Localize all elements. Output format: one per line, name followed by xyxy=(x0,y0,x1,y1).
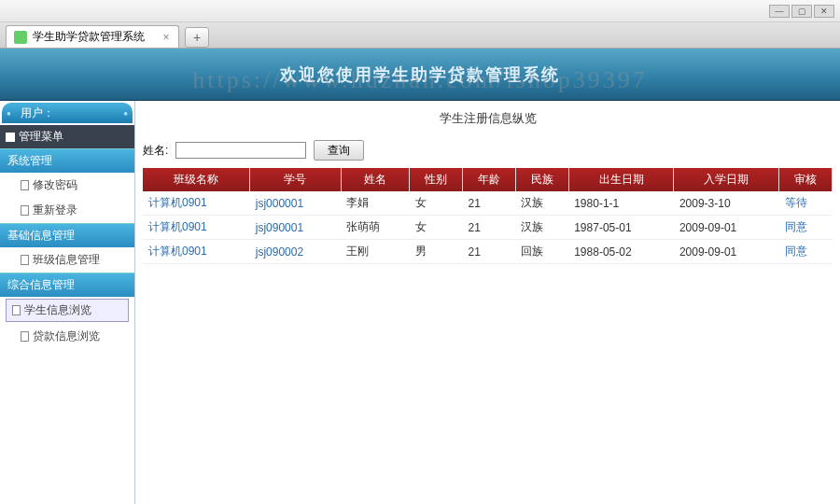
window-min-button[interactable]: — xyxy=(769,5,790,18)
tab-close-icon[interactable]: × xyxy=(160,31,173,44)
cell-dob: 1987-05-01 xyxy=(568,216,674,240)
browser-tab-active[interactable]: 学生助学贷款管理系统 × xyxy=(6,25,179,48)
cell-sid[interactable]: jsj000001 xyxy=(250,191,341,216)
doc-icon xyxy=(21,255,29,265)
cell-audit[interactable]: 同意 xyxy=(779,240,833,264)
item-label: 贷款信息浏览 xyxy=(33,329,100,343)
cell-audit-link[interactable]: 同意 xyxy=(785,220,807,233)
banner-title: 欢迎您使用学生助学贷款管理系统 xyxy=(280,63,560,86)
col-sex: 性别 xyxy=(410,168,463,191)
cell-class[interactable]: 计算机0901 xyxy=(143,191,250,216)
cell-sex: 男 xyxy=(410,240,463,264)
menu-icon xyxy=(6,133,15,142)
sidebar-item-relogin[interactable]: 重新登录 xyxy=(0,198,134,223)
cell-class[interactable]: 计算机0901 xyxy=(143,240,250,264)
doc-icon xyxy=(21,331,29,342)
col-sid: 学号 xyxy=(250,168,341,191)
cell-enroll: 2009-09-01 xyxy=(674,216,779,240)
cell-sid[interactable]: jsj090001 xyxy=(250,216,341,240)
section-label: 系统管理 xyxy=(7,153,52,169)
sidebar-section-system[interactable]: 系统管理 xyxy=(0,148,134,173)
cell-audit[interactable]: 等待 xyxy=(779,191,833,216)
window-titlebar: — ▢ ✕ xyxy=(0,0,840,22)
col-age: 年龄 xyxy=(463,168,516,191)
table-row: 计算机0901jsj090001张萌萌女21汉族1987-05-012009-0… xyxy=(143,216,833,240)
section-label: 基础信息管理 xyxy=(7,228,75,244)
cell-nation: 汉族 xyxy=(515,216,568,240)
cell-age: 21 xyxy=(463,240,516,264)
favicon-icon xyxy=(14,31,27,44)
cell-audit-link[interactable]: 同意 xyxy=(785,245,807,258)
section-label: 综合信息管理 xyxy=(7,277,75,293)
cell-audit-link[interactable]: 等待 xyxy=(785,196,807,209)
doc-icon xyxy=(12,305,21,315)
sidebar-item-change-password[interactable]: 修改密码 xyxy=(0,173,134,198)
cell-enroll: 2009-3-10 xyxy=(674,191,779,216)
sidebar-item-class-mgmt[interactable]: 班级信息管理 xyxy=(0,247,134,273)
cell-sex: 女 xyxy=(410,216,463,240)
cell-age: 21 xyxy=(463,216,516,240)
item-label: 修改密码 xyxy=(33,178,77,191)
cell-audit[interactable]: 同意 xyxy=(779,216,833,240)
cell-sex: 女 xyxy=(410,191,463,216)
cell-class-link[interactable]: 计算机0901 xyxy=(148,245,207,258)
window-controls: — ▢ ✕ xyxy=(769,5,834,18)
item-label: 重新登录 xyxy=(33,203,77,217)
cell-sid[interactable]: jsj090002 xyxy=(250,240,341,264)
cell-sid-link[interactable]: jsj090002 xyxy=(256,245,303,259)
search-row: 姓名: 查询 xyxy=(143,136,833,168)
cell-name: 李娟 xyxy=(341,191,410,216)
cell-name: 张萌萌 xyxy=(341,216,410,240)
cell-dob: 1988-05-02 xyxy=(568,240,674,264)
sidebar-root-menu[interactable]: 管理菜单 xyxy=(0,125,134,148)
col-class: 班级名称 xyxy=(143,168,250,191)
window-max-button[interactable]: ▢ xyxy=(791,5,812,18)
col-name: 姓名 xyxy=(341,168,410,191)
cell-class[interactable]: 计算机0901 xyxy=(143,216,250,240)
cell-age: 21 xyxy=(463,191,516,216)
sidebar-section-combined[interactable]: 综合信息管理 xyxy=(0,273,134,297)
browser-tabstrip: 学生助学贷款管理系统 × + xyxy=(0,22,840,49)
students-table: 班级名称 学号 姓名 性别 年龄 民族 出生日期 入学日期 审核 计算机0901… xyxy=(143,168,833,264)
col-nation: 民族 xyxy=(515,168,568,191)
doc-icon xyxy=(21,205,29,216)
item-label: 班级信息管理 xyxy=(33,253,100,266)
menu-root-label: 管理菜单 xyxy=(19,129,63,145)
window-close-button[interactable]: ✕ xyxy=(814,5,834,18)
col-audit: 审核 xyxy=(779,168,833,191)
cell-enroll: 2009-09-01 xyxy=(674,240,779,264)
table-header-row: 班级名称 学号 姓名 性别 年龄 民族 出生日期 入学日期 审核 xyxy=(143,168,833,191)
cell-class-link[interactable]: 计算机0901 xyxy=(148,196,207,209)
col-dob: 出生日期 xyxy=(568,168,674,191)
search-name-input[interactable] xyxy=(175,142,306,159)
cell-nation: 回族 xyxy=(515,240,568,264)
app-banner: 欢迎您使用学生助学贷款管理系统 xyxy=(0,49,840,101)
sidebar-item-loan-browse[interactable]: 贷款信息浏览 xyxy=(0,324,134,349)
content-area: 学生注册信息纵览 姓名: 查询 班级名称 学号 姓名 性别 年龄 民族 出生日期… xyxy=(135,101,840,504)
search-button[interactable]: 查询 xyxy=(314,140,364,161)
sidebar-user-cap: 用户： xyxy=(2,103,133,123)
cell-name: 王刚 xyxy=(341,240,410,264)
search-label: 姓名: xyxy=(143,143,168,159)
table-row: 计算机0901jsj000001李娟女21汉族1980-1-12009-3-10… xyxy=(143,191,833,216)
new-tab-button[interactable]: + xyxy=(185,27,209,48)
sidebar-section-basic[interactable]: 基础信息管理 xyxy=(0,223,134,247)
tab-title: 学生助学贷款管理系统 xyxy=(33,29,145,45)
page-title: 学生注册信息纵览 xyxy=(143,105,833,136)
cell-class-link[interactable]: 计算机0901 xyxy=(148,220,207,233)
doc-icon xyxy=(21,180,29,190)
sidebar: 用户： 管理菜单 系统管理 修改密码 重新登录 基础信息管理 班级信息管理 综合… xyxy=(0,101,135,504)
cell-sid-link[interactable]: jsj000001 xyxy=(256,197,303,210)
cell-dob: 1980-1-1 xyxy=(568,191,674,216)
sidebar-item-student-browse[interactable]: 学生信息浏览 xyxy=(6,299,129,322)
table-row: 计算机0901jsj090002王刚男21回族1988-05-022009-09… xyxy=(143,240,833,264)
col-enroll: 入学日期 xyxy=(674,168,779,191)
item-label: 学生信息浏览 xyxy=(24,303,91,316)
cell-nation: 汉族 xyxy=(515,191,568,216)
sidebar-user-label: 用户： xyxy=(21,105,54,121)
cell-sid-link[interactable]: jsj090001 xyxy=(256,221,303,234)
